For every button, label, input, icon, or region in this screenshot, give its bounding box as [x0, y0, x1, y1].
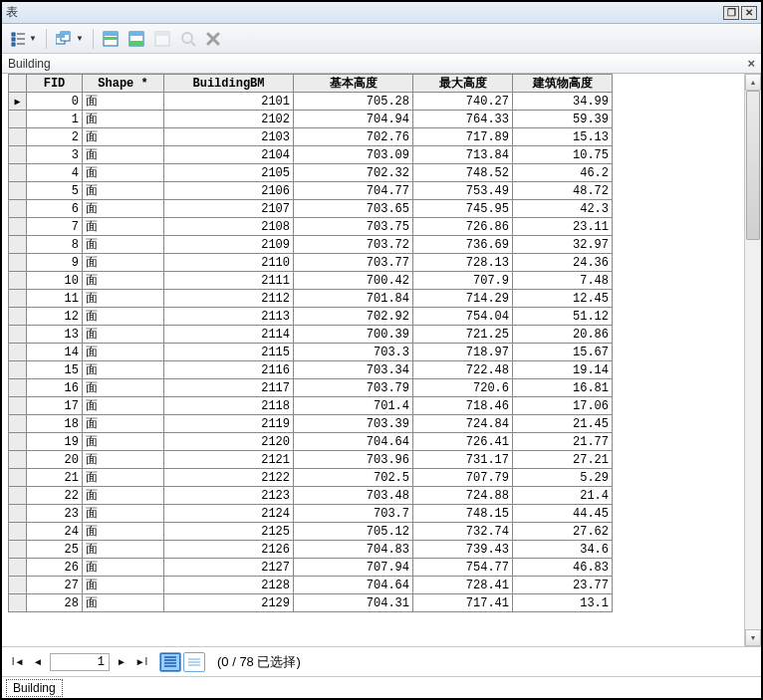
- table-row[interactable]: 10面2111700.42707.97.48: [9, 272, 613, 290]
- cell[interactable]: 20.86: [513, 326, 613, 344]
- cell[interactable]: 7: [27, 218, 83, 236]
- cell[interactable]: 2112: [164, 290, 294, 308]
- select-by-attributes-button[interactable]: [100, 29, 122, 49]
- row-selector[interactable]: [9, 505, 27, 523]
- cell[interactable]: 704.83: [294, 541, 413, 559]
- cell[interactable]: 2113: [164, 308, 294, 326]
- table-row[interactable]: 4面2105702.32748.5246.2: [9, 164, 613, 182]
- table-row[interactable]: 27面2128704.64728.4123.77: [9, 577, 613, 594]
- row-selector[interactable]: [9, 577, 27, 594]
- cell[interactable]: 745.95: [413, 200, 513, 218]
- cell[interactable]: 27: [27, 577, 83, 594]
- cell[interactable]: 2103: [164, 128, 294, 146]
- row-selector[interactable]: [9, 469, 27, 487]
- cell[interactable]: 23.77: [513, 577, 613, 594]
- cell[interactable]: 2101: [164, 93, 294, 111]
- related-tables-button[interactable]: ▼: [53, 29, 87, 49]
- table-row[interactable]: 25面2126704.83739.4334.6: [9, 541, 613, 559]
- cell[interactable]: 12.45: [513, 290, 613, 308]
- row-selector[interactable]: [9, 594, 27, 612]
- cell[interactable]: 2119: [164, 415, 294, 433]
- cell[interactable]: 728.13: [413, 254, 513, 272]
- cell[interactable]: 15: [27, 361, 83, 379]
- cell[interactable]: 704.94: [294, 111, 413, 128]
- row-selector[interactable]: ▶: [9, 93, 27, 111]
- cell[interactable]: 703.3: [294, 344, 413, 361]
- cell[interactable]: 702.76: [294, 128, 413, 146]
- cell[interactable]: 面: [83, 505, 164, 523]
- table-row[interactable]: 24面2125705.12732.7427.62: [9, 523, 613, 541]
- vertical-scrollbar[interactable]: ▴ ▾: [744, 74, 761, 646]
- cell[interactable]: 面: [83, 164, 164, 182]
- cell[interactable]: 34.6: [513, 541, 613, 559]
- cell[interactable]: 16.81: [513, 379, 613, 397]
- cell[interactable]: 32.97: [513, 236, 613, 254]
- cell[interactable]: 面: [83, 559, 164, 577]
- clear-selection-button[interactable]: [151, 29, 173, 49]
- cell[interactable]: 5: [27, 182, 83, 200]
- cell[interactable]: 2106: [164, 182, 294, 200]
- cell[interactable]: 26: [27, 559, 83, 577]
- cell[interactable]: 764.33: [413, 111, 513, 128]
- cell[interactable]: 11: [27, 290, 83, 308]
- attribute-table[interactable]: FID Shape * BuildingBM 基本高度 最大高度 建筑物高度 ▶…: [8, 74, 613, 612]
- cell[interactable]: 2125: [164, 523, 294, 541]
- cell[interactable]: 6: [27, 200, 83, 218]
- cell[interactable]: 703.7: [294, 505, 413, 523]
- cell[interactable]: 面: [83, 541, 164, 559]
- row-selector[interactable]: [9, 451, 27, 469]
- cell[interactable]: 717.89: [413, 128, 513, 146]
- cell[interactable]: 703.39: [294, 415, 413, 433]
- column-header-base-height[interactable]: 基本高度: [294, 75, 413, 93]
- cell[interactable]: 704.77: [294, 182, 413, 200]
- cell[interactable]: 724.84: [413, 415, 513, 433]
- row-selector[interactable]: [9, 308, 27, 326]
- cell[interactable]: 701.4: [294, 397, 413, 415]
- cell[interactable]: 753.49: [413, 182, 513, 200]
- cell[interactable]: 2120: [164, 433, 294, 451]
- table-row[interactable]: 2面2103702.76717.8915.13: [9, 128, 613, 146]
- cell[interactable]: 702.32: [294, 164, 413, 182]
- cell[interactable]: 8: [27, 236, 83, 254]
- cell[interactable]: 707.79: [413, 469, 513, 487]
- cell[interactable]: 748.15: [413, 505, 513, 523]
- cell[interactable]: 2118: [164, 397, 294, 415]
- cell[interactable]: 面: [83, 200, 164, 218]
- cell[interactable]: 2104: [164, 146, 294, 164]
- cell[interactable]: 721.25: [413, 326, 513, 344]
- cell[interactable]: 4: [27, 164, 83, 182]
- row-selector[interactable]: [9, 415, 27, 433]
- cell[interactable]: 7.48: [513, 272, 613, 290]
- table-row[interactable]: 26面2127707.94754.7746.83: [9, 559, 613, 577]
- cell[interactable]: 19.14: [513, 361, 613, 379]
- cell[interactable]: 701.84: [294, 290, 413, 308]
- row-selector[interactable]: [9, 146, 27, 164]
- column-header-fid[interactable]: FID: [27, 75, 83, 93]
- cell[interactable]: 740.27: [413, 93, 513, 111]
- cell[interactable]: 2122: [164, 469, 294, 487]
- cell[interactable]: 14: [27, 344, 83, 361]
- row-selector[interactable]: [9, 379, 27, 397]
- cell[interactable]: 面: [83, 361, 164, 379]
- row-selector[interactable]: [9, 272, 27, 290]
- cell[interactable]: 703.34: [294, 361, 413, 379]
- cell[interactable]: 2121: [164, 451, 294, 469]
- cell[interactable]: 703.65: [294, 200, 413, 218]
- cell[interactable]: 22: [27, 487, 83, 505]
- cell[interactable]: 面: [83, 326, 164, 344]
- table-row[interactable]: 6面2107703.65745.9542.3: [9, 200, 613, 218]
- column-header-max-height[interactable]: 最大高度: [413, 75, 513, 93]
- close-table-button[interactable]: ×: [747, 56, 755, 71]
- table-row[interactable]: 13面2114700.39721.2520.86: [9, 326, 613, 344]
- cell[interactable]: 10.75: [513, 146, 613, 164]
- cell[interactable]: 700.39: [294, 326, 413, 344]
- row-selector[interactable]: [9, 111, 27, 128]
- window-maximize-button[interactable]: ❐: [723, 6, 739, 20]
- cell[interactable]: 46.2: [513, 164, 613, 182]
- row-selector[interactable]: [9, 182, 27, 200]
- show-all-records-button[interactable]: [159, 652, 181, 672]
- column-header-buildingbm[interactable]: BuildingBM: [164, 75, 294, 93]
- tab-building[interactable]: Building: [6, 679, 63, 697]
- table-row[interactable]: 28面2129704.31717.4113.1: [9, 594, 613, 612]
- cell[interactable]: 754.77: [413, 559, 513, 577]
